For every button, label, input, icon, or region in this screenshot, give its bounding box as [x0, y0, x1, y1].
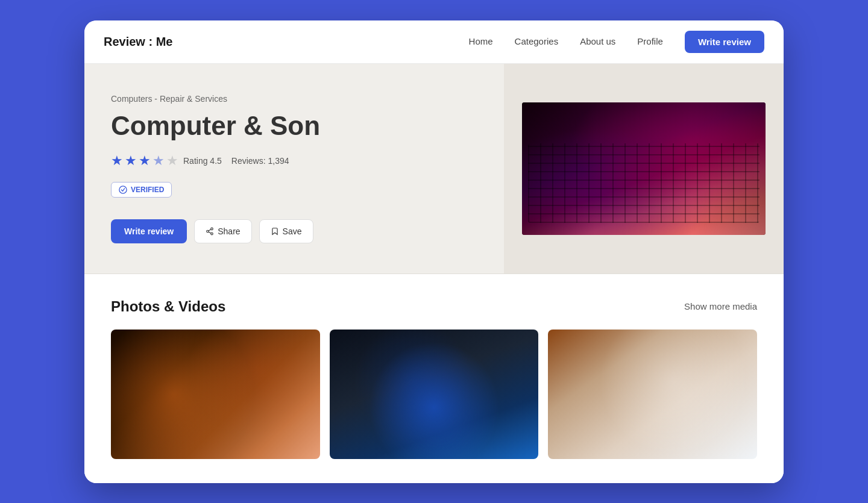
share-button[interactable]: Share: [194, 219, 251, 243]
svg-point-0: [119, 186, 127, 193]
action-buttons: Write review Share Save: [111, 219, 477, 243]
nav-link-about[interactable]: About us: [580, 36, 615, 46]
svg-point-1: [211, 228, 213, 230]
rating-row: ★ ★ ★ ★ ★ Rating 4.5 Reviews: 1,394: [111, 153, 477, 169]
star-3: ★: [139, 153, 151, 169]
hero-image: [522, 102, 766, 235]
svg-line-4: [209, 231, 211, 233]
browser-window: Review : Me Home Categories About us Pro…: [84, 20, 784, 483]
star-2: ★: [125, 153, 137, 169]
photo-grid: [111, 330, 757, 459]
verified-text: VERIFIED: [131, 186, 164, 194]
verified-badge: VERIFIED: [111, 182, 172, 198]
bookmark-icon: [271, 227, 279, 236]
hero-left: Computers - Repair & Services Computer &…: [84, 64, 504, 273]
business-category: Computers - Repair & Services: [111, 94, 477, 104]
photo-card-2[interactable]: [330, 330, 539, 459]
photo-card-1[interactable]: [111, 330, 320, 459]
nav-link-categories[interactable]: Categories: [515, 36, 559, 46]
nav-link-home[interactable]: Home: [469, 36, 493, 46]
nav-item-about[interactable]: About us: [580, 36, 615, 47]
hero-right: [504, 64, 784, 273]
save-button[interactable]: Save: [259, 219, 313, 243]
media-section-title: Photos & Videos: [111, 298, 225, 315]
nav-item-profile[interactable]: Profile: [637, 36, 663, 47]
photo-card-3[interactable]: [548, 330, 757, 459]
business-title: Computer & Son: [111, 111, 477, 141]
svg-line-5: [209, 229, 211, 230]
rating-value: Rating 4.5: [183, 156, 222, 166]
reviews-count: Reviews: 1,394: [231, 156, 289, 166]
nav-item-categories[interactable]: Categories: [515, 36, 559, 47]
media-section: Photos & Videos Show more media: [84, 274, 784, 483]
hero-section: Computers - Repair & Services Computer &…: [84, 64, 784, 273]
svg-point-3: [211, 233, 213, 235]
svg-point-2: [207, 230, 209, 233]
star-rating: ★ ★ ★ ★ ★: [111, 153, 178, 169]
write-review-nav-button[interactable]: Write review: [685, 31, 764, 53]
nav-item-home[interactable]: Home: [469, 36, 493, 47]
star-1: ★: [111, 153, 123, 169]
laptop-photo: [522, 102, 766, 235]
navbar: Review : Me Home Categories About us Pro…: [84, 20, 784, 64]
verified-icon: [119, 186, 127, 194]
show-more-media-link[interactable]: Show more media: [684, 301, 757, 311]
media-header: Photos & Videos Show more media: [111, 298, 757, 315]
nav-link-profile[interactable]: Profile: [637, 36, 663, 46]
star-5: ★: [166, 153, 178, 169]
share-icon: [206, 227, 214, 236]
share-label: Share: [218, 227, 240, 236]
nav-logo: Review : Me: [104, 35, 172, 49]
star-4: ★: [153, 153, 165, 169]
write-review-button[interactable]: Write review: [111, 219, 187, 243]
nav-links: Home Categories About us Profile: [469, 36, 663, 47]
save-label: Save: [283, 227, 302, 236]
